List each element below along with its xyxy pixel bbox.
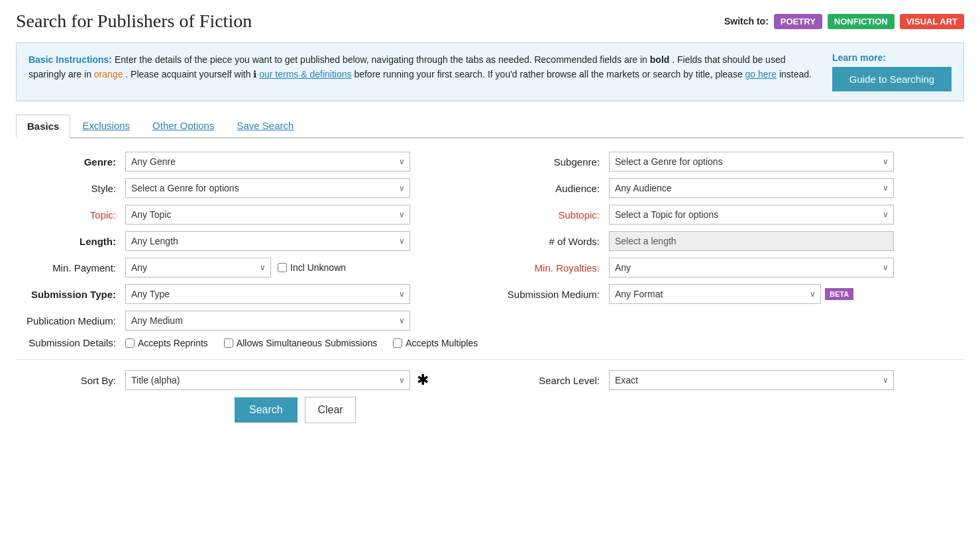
min-royalties-select[interactable]: Any <box>609 258 894 278</box>
bold-text: bold <box>650 54 670 65</box>
pub-medium-row: Publication Medium: Any Medium <box>16 311 964 330</box>
orange-text: orange <box>94 69 123 79</box>
learn-more-label: Learn more: <box>832 52 952 63</box>
submission-type-row: Submission Type: Any Type Submission Med… <box>16 284 964 304</box>
switch-nonfiction-button[interactable]: NONFICTION <box>828 14 895 29</box>
subgenre-label: Subgenre: <box>500 156 609 168</box>
info-text-1: Enter the details of the piece you want … <box>115 54 650 65</box>
sub-details-left: Submission Details: Accepts Reprints All… <box>16 337 500 348</box>
min-royalties-select-wrap[interactable]: Any <box>609 258 894 278</box>
info-text-3: . Please acquaint yourself with <box>125 69 253 79</box>
switch-bar: Switch to: POETRY NONFICTION VISUAL ART <box>724 14 964 29</box>
tab-other-options[interactable]: Other Options <box>142 115 225 137</box>
info-text-5: instead. <box>779 69 812 79</box>
genre-left: Genre: Any Genre <box>16 152 500 172</box>
subgenre-right: Subgenre: Select a Genre for options <box>500 152 964 172</box>
topic-left: Topic: Any Topic <box>16 205 500 225</box>
tabs-bar: Basics Exclusions Other Options Save Sea… <box>16 115 964 138</box>
action-buttons-row: Search Clear <box>16 397 964 423</box>
info-box-text: Basic Instructions: Enter the details of… <box>28 52 819 91</box>
length-select[interactable]: Any Length <box>125 231 410 251</box>
allows-simultaneous-text: Allows Simultaneous Submissions <box>237 338 377 348</box>
genre-label: Genre: <box>16 156 125 168</box>
words-input <box>609 231 894 251</box>
asterisk-icon: ✱ <box>417 372 429 389</box>
payment-left: Min. Payment: Any Incl Unknown <box>16 258 500 278</box>
audience-select-wrap[interactable]: Any Audience <box>609 178 894 198</box>
page-title: Search for Publishers of Fiction <box>16 11 252 32</box>
royalties-right: Min. Royalties: Any <box>500 258 964 278</box>
sub-details-label: Submission Details: <box>16 337 125 348</box>
genre-select[interactable]: Any Genre <box>125 152 410 172</box>
style-select[interactable]: Select a Genre for options <box>125 178 410 198</box>
search-button[interactable]: Search <box>235 397 298 423</box>
payment-controls: Any Incl Unknown <box>125 258 346 278</box>
basic-instructions-label: Basic Instructions: <box>28 54 112 65</box>
submission-medium-label: Submission Medium: <box>500 289 609 300</box>
clear-button[interactable]: Clear <box>305 397 355 423</box>
submission-checkboxes: Accepts Reprints Allows Simultaneous Sub… <box>125 338 478 348</box>
switch-poetry-button[interactable]: POETRY <box>774 14 822 29</box>
terms-link[interactable]: our terms & definitions <box>259 69 351 79</box>
subgenre-select[interactable]: Select a Genre for options <box>609 152 894 172</box>
buttons-group: Search Clear <box>235 397 356 423</box>
payment-row: Min. Payment: Any Incl Unknown Min. Roya… <box>16 258 964 278</box>
accepts-multiples-checkbox[interactable] <box>393 338 402 348</box>
info-box: Basic Instructions: Enter the details of… <box>16 42 964 101</box>
accepts-multiples-label[interactable]: Accepts Multiples <box>393 338 478 348</box>
audience-label: Audience: <box>500 183 609 194</box>
audience-select[interactable]: Any Audience <box>609 178 894 198</box>
sub-medium-right: Submission Medium: Any Format BETA <box>500 284 964 304</box>
tab-basics[interactable]: Basics <box>16 115 70 138</box>
sub-type-left: Submission Type: Any Type <box>16 284 500 304</box>
accepts-reprints-checkbox[interactable] <box>125 338 135 348</box>
subtopic-right: Subtopic: Select a Topic for options <box>500 205 964 225</box>
submission-type-select-wrap[interactable]: Any Type <box>125 284 410 304</box>
style-left: Style: Select a Genre for options <box>16 178 500 198</box>
submission-medium-select[interactable]: Any Format <box>609 284 821 304</box>
words-right: # of Words: <box>500 231 964 251</box>
form-divider <box>16 359 964 360</box>
pub-medium-select-wrap[interactable]: Any Medium <box>125 311 410 330</box>
sort-by-select-wrap[interactable]: Title (alpha) <box>125 370 410 390</box>
subgenre-select-wrap[interactable]: Select a Genre for options <box>609 152 894 172</box>
submission-type-label: Submission Type: <box>16 289 125 300</box>
style-row: Style: Select a Genre for options Audien… <box>16 178 964 198</box>
sort-by-label: Sort By: <box>16 375 125 386</box>
min-payment-label: Min. Payment: <box>16 262 125 274</box>
incl-unknown-label[interactable]: Incl Unknown <box>278 262 346 273</box>
sort-row: Sort By: Title (alpha) ✱ Search Level: E… <box>16 370 964 390</box>
submission-type-select[interactable]: Any Type <box>125 284 410 304</box>
allows-simultaneous-label[interactable]: Allows Simultaneous Submissions <box>224 338 377 348</box>
topic-select[interactable]: Any Topic <box>125 205 410 225</box>
sort-by-select[interactable]: Title (alpha) <box>125 370 410 390</box>
min-payment-select[interactable]: Any <box>125 258 271 278</box>
tab-exclusions[interactable]: Exclusions <box>72 115 140 137</box>
switch-label: Switch to: <box>724 16 769 26</box>
pub-medium-select[interactable]: Any Medium <box>125 311 410 330</box>
subtopic-select-wrap[interactable]: Select a Topic for options <box>609 205 894 225</box>
topic-row: Topic: Any Topic Subtopic: Select a Topi… <box>16 205 964 225</box>
subtopic-select[interactable]: Select a Topic for options <box>609 205 894 225</box>
genre-select-wrap[interactable]: Any Genre <box>125 152 410 172</box>
style-select-wrap[interactable]: Select a Genre for options <box>125 178 410 198</box>
search-level-select-wrap[interactable]: Exact <box>609 370 894 390</box>
subtopic-label: Subtopic: <box>500 209 609 221</box>
incl-unknown-checkbox[interactable] <box>278 263 287 272</box>
topic-select-wrap[interactable]: Any Topic <box>125 205 410 225</box>
submission-medium-select-wrap[interactable]: Any Format <box>609 284 821 304</box>
length-select-wrap[interactable]: Any Length <box>125 231 410 251</box>
switch-visual-art-button[interactable]: VISUAL ART <box>900 14 964 29</box>
guide-to-searching-button[interactable]: Guide to Searching <box>832 67 952 91</box>
accepts-reprints-label[interactable]: Accepts Reprints <box>125 338 208 348</box>
audience-right: Audience: Any Audience <box>500 178 964 198</box>
tab-save-search[interactable]: Save Search <box>226 115 304 137</box>
accepts-reprints-text: Accepts Reprints <box>138 338 208 348</box>
allows-simultaneous-checkbox[interactable] <box>224 338 233 348</box>
min-payment-select-wrap[interactable]: Any <box>125 258 271 278</box>
go-here-link[interactable]: go here <box>745 69 777 79</box>
genre-row: Genre: Any Genre Subgenre: Select a Genr… <box>16 152 964 172</box>
search-level-select[interactable]: Exact <box>609 370 894 390</box>
info-text-4: before running your first search. If you… <box>354 69 745 79</box>
search-level-label: Search Level: <box>500 375 609 386</box>
